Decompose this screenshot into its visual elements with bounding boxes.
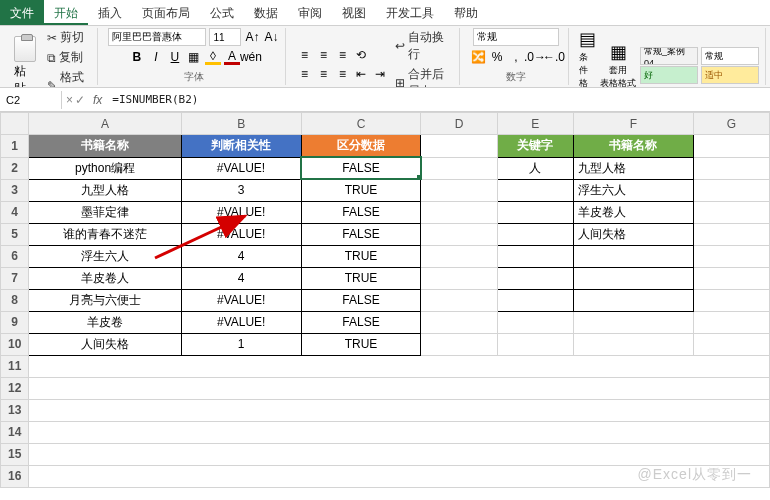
row-11[interactable]: 11 [1,355,29,377]
row-4[interactable]: 4 [1,201,29,223]
name-box[interactable]: C2 [0,91,62,109]
formula-enter-icon[interactable]: ✓ [75,93,85,107]
cell-E3[interactable] [497,179,573,201]
cell-G5[interactable] [693,223,769,245]
tab-view[interactable]: 视图 [332,0,376,25]
bold-button[interactable]: B [129,49,145,65]
cell-A9[interactable]: 羊皮卷 [29,311,181,333]
cell-C2[interactable]: FALSE [301,157,421,179]
tab-dev[interactable]: 开发工具 [376,0,444,25]
cell-E7[interactable] [497,267,573,289]
cell-E9[interactable] [497,311,573,333]
cell-C10[interactable]: TRUE [301,333,421,355]
row-13[interactable]: 13 [1,399,29,421]
cell-F4[interactable]: 羊皮卷人 [573,201,693,223]
style-normal[interactable]: 常规 [701,47,759,65]
row-12[interactable]: 12 [1,377,29,399]
number-format-select[interactable]: 常规 [473,28,559,46]
cell-B3[interactable]: 3 [181,179,301,201]
cell-row11[interactable] [29,355,770,377]
cell-B10[interactable]: 1 [181,333,301,355]
italic-button[interactable]: I [148,49,164,65]
cell-D1[interactable] [421,135,497,158]
cell-E1[interactable]: 关键字 [497,135,573,158]
align-right-icon[interactable]: ≡ [334,66,350,82]
cell-row15[interactable] [29,443,770,465]
style-neutral[interactable]: 适中 [701,66,759,84]
cell-B6[interactable]: 4 [181,245,301,267]
cell-D3[interactable] [421,179,497,201]
col-C[interactable]: C [301,113,421,135]
cell-A6[interactable]: 浮生六人 [29,245,181,267]
phonetic-button[interactable]: wén [243,49,259,65]
indent-right-icon[interactable]: ⇥ [372,66,388,82]
select-all-corner[interactable] [1,113,29,135]
col-F[interactable]: F [573,113,693,135]
formula-cancel-icon[interactable]: × [66,93,73,107]
copy-button[interactable]: ⧉复制 [44,48,91,67]
row-8[interactable]: 8 [1,289,29,311]
tab-layout[interactable]: 页面布局 [132,0,200,25]
cell-A7[interactable]: 羊皮卷人 [29,267,181,289]
align-center-icon[interactable]: ≡ [315,66,331,82]
tab-home[interactable]: 开始 [44,0,88,25]
wrap-text-button[interactable]: ↩自动换行 [392,28,453,64]
cell-A4[interactable]: 墨菲定律 [29,201,181,223]
merge-center-button[interactable]: ⊞合并后居中 [392,65,453,88]
cell-row13[interactable] [29,399,770,421]
cell-row12[interactable] [29,377,770,399]
inc-decimal-icon[interactable]: .0→ [527,49,543,65]
cell-C6[interactable]: TRUE [301,245,421,267]
paste-button[interactable]: 粘贴 [10,34,40,89]
cell-B5[interactable]: #VALUE! [181,223,301,245]
cell-F10[interactable] [573,333,693,355]
cell-G7[interactable] [693,267,769,289]
cell-G3[interactable] [693,179,769,201]
cell-E6[interactable] [497,245,573,267]
col-E[interactable]: E [497,113,573,135]
cell-G2[interactable] [693,157,769,179]
currency-icon[interactable]: 🔀 [470,49,486,65]
cell-B7[interactable]: 4 [181,267,301,289]
fontsize-select[interactable]: 11 [209,28,241,46]
cell-B4[interactable]: #VALUE! [181,201,301,223]
tab-insert[interactable]: 插入 [88,0,132,25]
align-left-icon[interactable]: ≡ [296,66,312,82]
style-good[interactable]: 好 [640,66,698,84]
cell-G10[interactable] [693,333,769,355]
row-6[interactable]: 6 [1,245,29,267]
cell-row14[interactable] [29,421,770,443]
col-B[interactable]: B [181,113,301,135]
cell-E4[interactable] [497,201,573,223]
cell-D7[interactable] [421,267,497,289]
cell-C9[interactable]: FALSE [301,311,421,333]
align-middle-icon[interactable]: ≡ [315,47,331,63]
underline-button[interactable]: U [167,49,183,65]
cell-D10[interactable] [421,333,497,355]
formula-input[interactable]: =ISNUMBER(B2) [106,90,770,109]
shrink-font-icon[interactable]: A↓ [263,29,279,45]
row-15[interactable]: 15 [1,443,29,465]
cell-F6[interactable] [573,245,693,267]
fx-icon[interactable]: fx [89,93,106,107]
row-5[interactable]: 5 [1,223,29,245]
spreadsheet-grid[interactable]: A B C D E F G 1 书籍名称 判断相关性 区分数据 关键字 书籍名称… [0,112,770,488]
cell-D5[interactable] [421,223,497,245]
cell-F5[interactable]: 人间失格 [573,223,693,245]
tab-help[interactable]: 帮助 [444,0,488,25]
orientation-icon[interactable]: ⟲ [353,47,369,63]
cell-F9[interactable] [573,311,693,333]
fill-color-button[interactable]: ◊ [205,49,221,65]
cell-A10[interactable]: 人间失格 [29,333,181,355]
cell-E10[interactable] [497,333,573,355]
row-16[interactable]: 16 [1,465,29,487]
cell-A8[interactable]: 月亮与六便士 [29,289,181,311]
row-1[interactable]: 1 [1,135,29,158]
format-painter-button[interactable]: ✎格式刷 [44,68,91,88]
cell-E2[interactable]: 人 [497,157,573,179]
cell-G8[interactable] [693,289,769,311]
cell-E8[interactable] [497,289,573,311]
cell-G6[interactable] [693,245,769,267]
col-G[interactable]: G [693,113,769,135]
cell-C3[interactable]: TRUE [301,179,421,201]
